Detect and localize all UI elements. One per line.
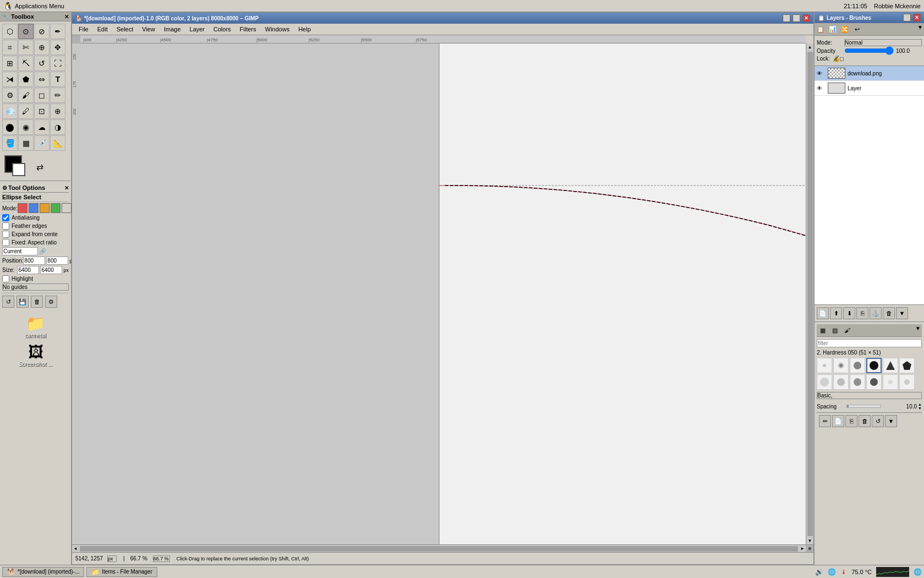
- layer-duplicate-btn[interactable]: ⎘: [856, 307, 868, 319]
- antialiasing-checkbox[interactable]: [2, 214, 9, 221]
- tool-text[interactable]: T: [50, 72, 65, 87]
- taskbar-item-gimp[interactable]: 🐕 *[download] (imported)-...: [2, 567, 84, 577]
- spacing-down[interactable]: ▼: [918, 406, 922, 410]
- mode-btn-replace[interactable]: [18, 203, 28, 213]
- tool-pencil[interactable]: ✏: [50, 88, 65, 103]
- brush-tab-patterns[interactable]: ▦: [817, 324, 829, 336]
- tool-scissors[interactable]: ✄: [18, 40, 34, 55]
- tool-eraser[interactable]: ◻: [34, 88, 50, 103]
- brush-refresh-btn[interactable]: ↺: [872, 415, 884, 427]
- brush-menu-btn[interactable]: ▼: [914, 324, 922, 336]
- highlight-checkbox[interactable]: [2, 275, 9, 282]
- app-menu-title[interactable]: Applications Menu: [15, 3, 64, 9]
- brush-item-0[interactable]: [817, 358, 832, 373]
- brush-item-6[interactable]: [817, 374, 832, 390]
- taskbar-item-filemanager[interactable]: 📁 Items - File Manager: [86, 567, 157, 577]
- brush-tab-gradients[interactable]: ▨: [829, 324, 841, 336]
- brush-filter-input[interactable]: [817, 339, 922, 347]
- layer-extra-btn[interactable]: ▼: [896, 307, 908, 319]
- panel-icon-paths[interactable]: 🔀: [839, 23, 851, 35]
- guides-select[interactable]: No guides Center lines Rule of thirds: [2, 283, 69, 291]
- menu-help[interactable]: Help: [295, 25, 314, 34]
- color-selector[interactable]: [4, 155, 32, 178]
- menu-select[interactable]: Select: [113, 25, 137, 34]
- brush-item-1[interactable]: [833, 358, 849, 373]
- tool-move[interactable]: ✥: [50, 40, 65, 55]
- tool-smudge[interactable]: ☁: [34, 119, 50, 135]
- tool-airbrush[interactable]: 💨: [2, 103, 18, 119]
- bg-color[interactable]: [12, 163, 25, 176]
- mode-select[interactable]: Normal Multiply Screen: [844, 39, 922, 46]
- brush-new-btn[interactable]: 📄: [832, 415, 844, 427]
- gimp-maximize[interactable]: □: [793, 14, 800, 22]
- fixed-checkbox[interactable]: [2, 239, 9, 246]
- feather-checkbox[interactable]: [2, 222, 9, 230]
- mode-btn-add[interactable]: [29, 203, 38, 213]
- tool-save-btn[interactable]: 💾: [16, 296, 29, 308]
- tool-flip[interactable]: ⇔: [34, 72, 50, 87]
- pos-y-input[interactable]: [46, 257, 68, 265]
- layer-delete-btn[interactable]: 🗑: [883, 307, 895, 319]
- tool-crop[interactable]: ⛏: [18, 56, 34, 71]
- mode-btn-intersect[interactable]: [51, 203, 61, 213]
- tool-perspective-clone[interactable]: ⬤: [2, 119, 18, 135]
- hscroll-thumb[interactable]: [80, 546, 798, 552]
- tool-fuzzy-select[interactable]: ✒: [50, 24, 65, 39]
- opacity-slider[interactable]: [844, 47, 894, 54]
- layers-close[interactable]: ✕: [913, 14, 921, 21]
- size-w-input[interactable]: [17, 266, 39, 274]
- hscroll-left[interactable]: ◄: [72, 545, 79, 552]
- vertical-scrollbar[interactable]: ▲ ▼: [806, 43, 813, 544]
- brush-edit-btn[interactable]: ✏: [819, 415, 831, 427]
- size-h-input[interactable]: [40, 266, 62, 274]
- tool-foreground[interactable]: ⊕: [34, 40, 50, 55]
- lock-alpha-btn[interactable]: □: [840, 56, 844, 62]
- brush-item-8[interactable]: [850, 374, 865, 390]
- mode-btn-5[interactable]: [62, 203, 72, 213]
- menu-edit[interactable]: Edit: [94, 25, 111, 34]
- desktop-icon-screenshot[interactable]: 🖼 Screenshot ...: [2, 343, 69, 367]
- tool-clone[interactable]: ⊡: [34, 103, 50, 119]
- brush-item-9[interactable]: [866, 374, 882, 390]
- tool-paintbrush[interactable]: 🖌: [18, 88, 34, 103]
- brush-item-2[interactable]: [850, 358, 865, 373]
- tool-color-picker[interactable]: 💉: [34, 135, 50, 151]
- layer-lower-btn[interactable]: ⬇: [843, 307, 855, 319]
- tool-perspective[interactable]: ⬟: [18, 72, 34, 87]
- desktop-icon-carmetal[interactable]: 📁 carmetal: [2, 314, 69, 339]
- brush-delete-btn[interactable]: 🗑: [859, 415, 871, 427]
- panel-icon-channels[interactable]: 📊: [827, 23, 839, 35]
- brush-duplicate-btn[interactable]: ⎘: [845, 415, 857, 427]
- layer-raise-btn[interactable]: ⬆: [830, 307, 842, 319]
- layer-item-0[interactable]: 👁 download.png: [815, 66, 924, 81]
- tool-reset-btn[interactable]: ↺: [2, 296, 14, 308]
- tool-delete-btn[interactable]: 🗑: [31, 296, 43, 308]
- tool-blur[interactable]: ◉: [18, 119, 34, 135]
- tool-measure[interactable]: 📐: [50, 135, 65, 151]
- tool-heal[interactable]: ⊕: [50, 103, 65, 119]
- panel-menu-btn[interactable]: ▼: [916, 23, 924, 35]
- tool-align[interactable]: ⊞: [2, 56, 18, 71]
- layers-minimize[interactable]: _: [903, 14, 911, 21]
- layer-vis-1[interactable]: 👁: [817, 85, 826, 91]
- tool-rect-select[interactable]: ⬡: [2, 24, 18, 39]
- brush-category-select[interactable]: Basic, Bristles Calligraphic: [817, 392, 922, 399]
- brush-item-5[interactable]: [899, 358, 915, 373]
- tool-dodge-burn[interactable]: ◑: [50, 119, 65, 135]
- panel-icon-undo[interactable]: ↩: [851, 23, 863, 35]
- tool-by-color[interactable]: ⌗: [2, 40, 18, 55]
- layer-new-btn[interactable]: 📄: [817, 307, 829, 319]
- tool-bucket-fill[interactable]: 🪣: [2, 135, 18, 151]
- brush-item-11[interactable]: [899, 374, 915, 390]
- layer-item-1[interactable]: 👁 Layer: [815, 81, 924, 96]
- menu-windows[interactable]: Windows: [262, 25, 293, 34]
- tool-free-select[interactable]: ⊘: [34, 24, 50, 39]
- tool-blend[interactable]: ▦: [18, 135, 34, 151]
- hscroll-right[interactable]: ►: [799, 545, 806, 552]
- menu-filters[interactable]: Filters: [237, 25, 260, 34]
- current-input[interactable]: Current: [2, 247, 38, 255]
- brush-tab-brushes[interactable]: 🖌: [841, 324, 853, 336]
- brush-extra-btn[interactable]: ▼: [885, 415, 897, 427]
- lock-pixels-btn[interactable]: 🔏: [832, 55, 840, 62]
- menu-view[interactable]: View: [139, 25, 158, 34]
